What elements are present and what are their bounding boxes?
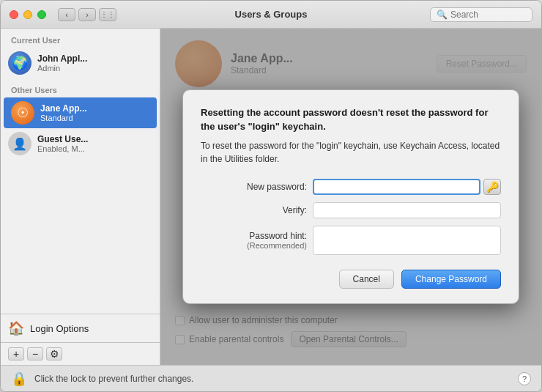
hint-input-wrap [313,226,501,255]
login-options-label: Login Options [30,323,89,334]
sidebar-item-info-guest: Guest Use... Enabled, M... [37,134,88,153]
gear-button[interactable]: ⚙ [46,347,62,360]
verify-input[interactable] [313,202,501,218]
verify-input-wrap [313,202,501,218]
avatar-icon-john: 🌍 [12,55,28,71]
close-button[interactable] [10,10,18,19]
key-button[interactable]: 🔑 [483,179,501,195]
maximize-button[interactable] [37,10,46,19]
new-password-input-wrap: 🔑 [313,179,501,195]
new-password-row: New password: 🔑 [201,179,501,195]
back-button[interactable]: ‹ [58,8,75,21]
grid-button[interactable]: ⋮⋮ [99,8,116,21]
sidebar-item-role-john: Admin [37,64,87,73]
modal-buttons: Cancel Change Password [201,270,501,289]
search-icon: 🔍 [437,10,448,20]
hint-label-text: Password hint: [249,231,307,241]
sidebar-item-info-jane: Jane App... Standard [40,103,87,122]
main-panel: Jane App... Standard Reset Password... A… [160,29,541,365]
modal-dialog: Resetting the account password doesn't r… [182,89,519,303]
sidebar-toolbar: + − ⚙ [1,342,160,365]
minimize-button[interactable] [23,10,32,19]
lock-icon[interactable]: 🔒 [11,371,27,387]
sidebar-item-guest[interactable]: 👤 Guest Use... Enabled, M... [1,128,160,159]
window-title: Users & Groups [235,9,308,20]
hint-label-wrap: Password hint: (Recommended) [201,231,307,250]
sidebar-item-name-guest: Guest Use... [37,134,88,144]
verify-label: Verify: [201,205,307,215]
bottom-bar: 🔒 Click the lock to prevent further chan… [1,365,541,391]
search-input[interactable] [450,10,526,20]
house-icon: 🏠 [8,320,24,336]
sidebar-item-role-guest: Enabled, M... [37,144,88,153]
modal-overlay: Resetting the account password doesn't r… [160,29,541,365]
login-options-item[interactable]: 🏠 Login Options [1,314,160,342]
new-password-input[interactable] [313,179,480,195]
sidebar-spacer [1,159,160,314]
new-password-label: New password: [201,182,307,192]
other-users-label: Other Users [1,78,160,97]
sidebar: Current User 🌍 John Appl... Admin Other … [1,29,160,365]
remove-user-button[interactable]: − [27,347,43,360]
modal-title: Resetting the account password doesn't r… [201,106,501,133]
sidebar-item-jane[interactable]: ☉ Jane App... Standard [4,97,157,128]
sidebar-item-john[interactable]: 🌍 John Appl... Admin [1,48,160,78]
change-password-button[interactable]: Change Password [401,270,501,289]
avatar-icon-jane: ☉ [17,105,29,121]
titlebar: ‹ › ⋮⋮ Users & Groups 🔍 [1,1,541,29]
avatar-jane: ☉ [11,101,34,125]
sidebar-item-info-john: John Appl... Admin [37,53,87,73]
hint-row: Password hint: (Recommended) [201,226,501,255]
window: ‹ › ⋮⋮ Users & Groups 🔍 Current User 🌍 J… [0,0,542,392]
modal-description: To reset the password for the "login" ke… [201,139,501,166]
traffic-lights [10,10,46,19]
hint-sublabel-text: (Recommended) [247,241,307,250]
avatar-guest: 👤 [8,132,31,155]
bottom-text: Click the lock to prevent further change… [34,374,511,384]
sidebar-item-name-john: John Appl... [37,53,87,64]
nav-buttons: ‹ › [58,8,96,21]
avatar-icon-guest: 👤 [12,137,27,151]
avatar-john: 🌍 [8,51,31,75]
current-user-label: Current User [1,29,160,48]
content: Current User 🌍 John Appl... Admin Other … [1,29,541,365]
sidebar-item-role-jane: Standard [40,114,87,122]
modal-form: New password: 🔑 Verify: [201,179,501,255]
cancel-button[interactable]: Cancel [339,270,394,289]
sidebar-item-name-jane: Jane App... [40,103,87,114]
add-user-button[interactable]: + [8,347,24,360]
forward-button[interactable]: › [78,8,96,21]
help-button[interactable]: ? [518,372,531,385]
search-box[interactable]: 🔍 [430,7,532,22]
verify-row: Verify: [201,202,501,218]
hint-input[interactable] [313,226,501,255]
